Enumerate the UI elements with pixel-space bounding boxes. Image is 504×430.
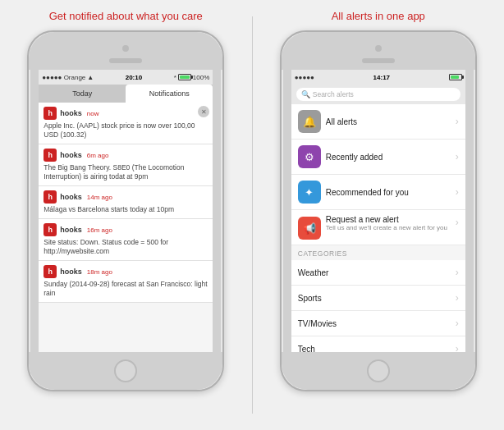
alert-item-recently-added[interactable]: ⚙ Recently added › [291,140,465,175]
right-battery-fill [451,75,459,79]
recommended-label: Recommended for you [326,188,451,197]
request-text: Request a new alert Tell us and we'll cr… [326,215,451,231]
recommended-icon: ✦ [298,181,321,204]
request-icon: 📢 [298,217,321,240]
phone-bottom [29,352,222,390]
hooks-icon-2: h [44,149,57,162]
notif-app-row-1: h hooks now [44,107,208,120]
right-status-right [449,74,462,80]
phone-camera-icon [122,45,129,52]
right-panel: All alerts in one app ●●●●● 14:17 [253,0,505,430]
tab-notifications[interactable]: Notifications [126,85,213,103]
right-battery-icon [449,74,462,80]
right-phone-camera-icon [375,45,382,52]
notif-app-name-5: hooks [60,268,82,276]
left-panel: Get notified about what you care ●●●●● O… [0,0,252,430]
search-placeholder: Search alerts [313,90,354,98]
alert-item-all-alerts[interactable]: 🔔 All alerts › [291,104,465,140]
notif-item-4: h hooks 16m ago Site status: Down. Statu… [39,219,213,261]
category-tech-label: Tech [298,345,315,353]
alert-item-request[interactable]: 📢 Request a new alert Tell us and we'll … [291,210,465,245]
category-sports-label: Sports [298,294,322,303]
request-chevron-icon: › [456,217,459,228]
notif-time-2: 6m ago [87,152,109,159]
left-panel-title: Get notified about what you care [49,10,203,22]
notif-app-name-1: hooks [60,109,82,117]
category-item-weather[interactable]: Weather › [291,260,465,286]
notif-app-name-2: hooks [60,151,82,159]
recently-added-chevron-icon: › [456,151,459,162]
notif-item-5: h hooks 18m ago Sunday (2014-09-28) fore… [39,261,213,303]
category-item-tech[interactable]: Tech › [291,336,465,352]
recently-added-text: Recently added [326,153,451,162]
notif-time-4: 16m ago [87,226,112,234]
recommended-chevron-icon: › [456,186,459,198]
category-weather-label: Weather [298,268,329,277]
status-left: ●●●●● Orange ▲ [42,74,94,81]
notif-app-row-2: h hooks 6m ago [44,149,208,162]
right-status-left: ●●●●● [295,74,314,81]
notif-app-row-3: h hooks 14m ago [44,190,208,204]
alerts-list: 🔔 All alerts › ⚙ Recently added › [291,104,465,352]
carrier: ●●●●● Orange [42,74,85,81]
search-bar: 🔍 Search alerts [291,85,465,104]
category-item-sports[interactable]: Sports › [291,286,465,311]
right-panel-title: All alerts in one app [332,10,425,22]
right-home-button[interactable] [367,359,390,382]
right-phone: ●●●●● 14:17 🔍 Search alerts [280,30,477,391]
left-phone-screen: ●●●●● Orange ▲ 20:10 * 100% Today [39,70,213,352]
notif-app-row-5: h hooks 18m ago [44,265,208,278]
notif-app-row-4: h hooks 16m ago [44,223,208,236]
recommended-text: Recommended for you [326,188,451,197]
right-phone-speaker [362,58,395,63]
hooks-icon-1: h [44,107,57,120]
battery-tip [191,75,193,79]
hooks-icon-5: h [44,265,57,278]
notif-item-1: ✕ h hooks now Apple Inc. (AAPL) stock pr… [39,103,213,144]
category-sports-chevron-icon: › [456,292,459,304]
notifications-list: ✕ h hooks now Apple Inc. (AAPL) stock pr… [39,103,213,352]
wifi-icon: ▲ [87,74,94,81]
right-phone-screen: ●●●●● 14:17 🔍 Search alerts [291,70,465,352]
right-status-time: 14:17 [373,74,390,81]
category-tvmovies-label: TV/Movies [298,319,337,328]
notif-text-5: Sunday (2014-09-28) forecast at San Fran… [44,280,208,298]
tab-today[interactable]: Today [39,85,126,103]
all-alerts-text: All alerts [326,117,451,126]
status-bar: ●●●●● Orange ▲ 20:10 * 100% [39,70,213,85]
hooks-icon-3: h [44,190,57,204]
phone-speaker [109,58,142,63]
all-alerts-icon: 🔔 [298,110,321,133]
left-phone: ●●●●● Orange ▲ 20:10 * 100% Today [27,30,224,391]
notif-item-3: h hooks 14m ago Málaga vs Barcelona star… [39,186,213,219]
alert-item-recommended[interactable]: ✦ Recommended for you › [291,175,465,210]
bluetooth-icon: * [174,74,176,81]
all-alerts-label: All alerts [326,117,451,126]
notification-tabs: Today Notifications [39,85,213,103]
notif-time-1: now [87,110,99,117]
home-button[interactable] [114,359,137,382]
notif-text-2: The Big Bang Theory. S8E0 (The Locomotio… [44,163,208,181]
battery-pct: 100% [193,74,209,81]
notif-app-name-4: hooks [60,226,82,234]
right-phone-bottom [282,352,475,390]
battery-icon [178,74,191,80]
all-alerts-chevron-icon: › [456,116,459,127]
category-tvmovies-chevron-icon: › [456,318,459,329]
categories-header: CATEGORIES [291,245,465,260]
recently-added-icon: ⚙ [298,145,321,168]
notif-text-4: Site status: Down. Status code = 500 for… [44,238,208,256]
right-carrier: ●●●●● [295,74,314,81]
right-status-bar: ●●●●● 14:17 [291,70,465,85]
category-item-tvmovies[interactable]: TV/Movies › [291,311,465,336]
notif-text-3: Málaga vs Barcelona starts today at 10pm [44,205,208,214]
request-label: Request a new alert [326,215,451,224]
notif-time-5: 18m ago [87,268,112,276]
request-subtitle: Tell us and we'll create a new alert for… [326,224,451,231]
search-inner[interactable]: 🔍 Search alerts [296,88,460,101]
category-tech-chevron-icon: › [456,343,459,352]
notif-item-2: h hooks 6m ago The Big Bang Theory. S8E0… [39,144,213,186]
recently-added-label: Recently added [326,153,451,162]
right-battery-tip [462,75,464,79]
notif-text-1: Apple Inc. (AAPL) stock price is now ove… [44,121,208,140]
